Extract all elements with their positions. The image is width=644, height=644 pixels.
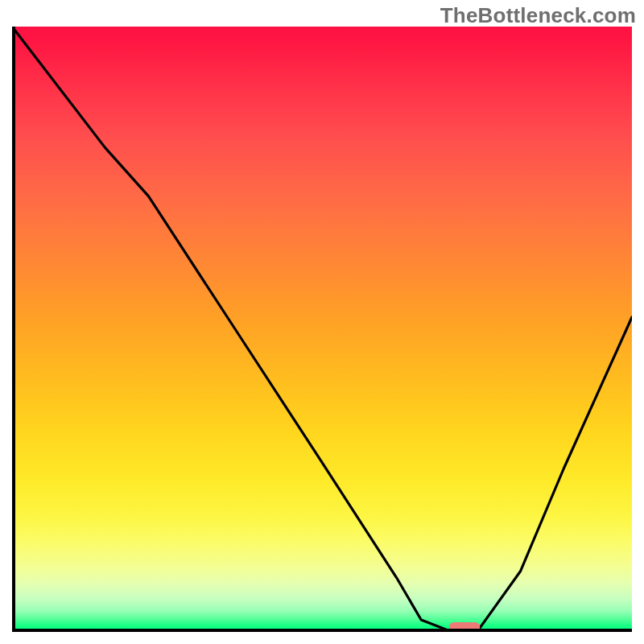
watermark-text: TheBottleneck.com [440,3,636,28]
plot-area [12,27,632,632]
optimal-marker [449,622,481,632]
bottleneck-curve [12,27,632,632]
curve-svg [12,27,632,632]
chart-container: TheBottleneck.com [0,0,644,644]
